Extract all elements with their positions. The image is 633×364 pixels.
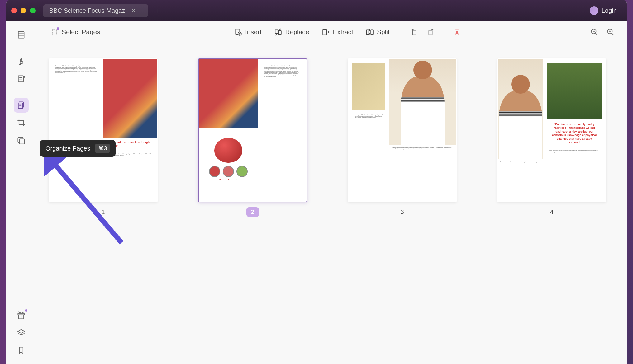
tennis-image-placeholder <box>199 59 258 128</box>
indicator-dot <box>57 27 59 30</box>
select-pages-button[interactable]: Select Pages <box>45 25 105 39</box>
svg-line-32 <box>595 33 597 35</box>
sidebar-item-thumbnails[interactable] <box>14 27 29 42</box>
annotate-icon <box>17 74 26 83</box>
tooltip-label: Organize Pages <box>45 145 90 152</box>
highlighter-icon <box>17 57 26 66</box>
page-thumbnail-1[interactable]: Lorem ipsum dolor sit amet consectetur a… <box>49 58 158 202</box>
insert-button[interactable]: Insert <box>229 25 267 39</box>
body-text: Lorem ipsum dolor sit amet consectetur a… <box>389 145 456 152</box>
page-number: 4 <box>545 207 558 217</box>
sidebar-item-annotate[interactable] <box>14 71 29 86</box>
portrait-image-placeholder <box>389 59 456 145</box>
svg-line-35 <box>612 33 614 35</box>
replace-label: Replace <box>285 28 309 36</box>
tennis-image-placeholder <box>103 59 157 138</box>
sidebar-item-organize-pages[interactable] <box>14 98 29 113</box>
insert-icon <box>234 28 242 36</box>
portrait-image-placeholder <box>498 59 543 159</box>
extract-icon <box>322 28 330 36</box>
zoom-out-button[interactable] <box>588 25 601 39</box>
close-tab-icon[interactable]: ✕ <box>131 7 136 14</box>
rotate-left-icon <box>410 28 418 36</box>
rotate-right-button[interactable] <box>424 25 437 39</box>
toolbar: Select Pages Insert <box>36 21 627 43</box>
sidebar <box>6 21 36 364</box>
page-number: 3 <box>396 207 408 217</box>
organize-pages-icon <box>17 101 26 110</box>
svg-rect-0 <box>18 32 24 38</box>
replace-button[interactable]: Replace <box>269 25 314 39</box>
sidebar-item-highlight[interactable] <box>14 54 29 69</box>
replace-icon <box>274 28 282 36</box>
sidebar-item-bookmark[interactable] <box>14 343 29 358</box>
extract-label: Extract <box>333 28 353 36</box>
body-text: Lorem ipsum dolor sit amet consectetur a… <box>352 112 385 121</box>
page-thumbnail-2[interactable]: ✖ ✖ ✔ Lorem ipsum dolor sit amet consect… <box>198 58 307 202</box>
body-text: Lorem ipsum dolor sit amet consectetur a… <box>262 63 303 80</box>
thumbnails-icon <box>17 30 26 39</box>
apple-diagram-placeholder: ✖ ✖ ✔ <box>199 128 258 192</box>
page-number: 1 <box>97 207 109 217</box>
svg-rect-4 <box>18 76 23 82</box>
page-thumbnail-4[interactable]: Lorem ipsum dolor sit amet consectetur a… <box>497 58 606 202</box>
extract-button[interactable]: Extract <box>317 25 358 39</box>
close-window-button[interactable] <box>11 8 17 13</box>
page-item[interactable]: Lorem ipsum dolor sit amet consectetur a… <box>497 58 606 217</box>
window-controls <box>11 8 36 13</box>
zoom-in-icon <box>607 28 615 36</box>
svg-rect-28 <box>429 30 432 35</box>
sidebar-item-layers[interactable] <box>14 325 29 340</box>
split-icon <box>366 28 374 36</box>
svg-rect-23 <box>323 29 326 35</box>
layers-icon <box>17 329 26 337</box>
login-label: Login <box>602 7 617 14</box>
new-tab-button[interactable]: + <box>155 6 159 16</box>
sidebar-item-crop[interactable] <box>14 115 29 130</box>
svg-rect-16 <box>52 29 57 35</box>
sidebar-item-gift[interactable] <box>14 308 29 323</box>
gift-icon <box>17 311 26 320</box>
divider <box>17 48 26 48</box>
tooltip-organize-pages: Organize Pages ⌘3 <box>40 140 116 157</box>
svg-rect-24 <box>366 30 369 34</box>
tooltip-shortcut: ⌘3 <box>95 144 110 153</box>
body-text: Lorem ipsum dolor sit amet consectetur a… <box>547 147 602 155</box>
crop-icon <box>17 118 26 127</box>
maximize-window-button[interactable] <box>30 8 36 13</box>
svg-rect-22 <box>278 30 281 34</box>
insert-label: Insert <box>245 28 262 36</box>
bookmark-icon <box>17 346 26 355</box>
pages-grid: Lorem ipsum dolor sit amet consectetur a… <box>36 43 627 364</box>
page-item[interactable]: Lorem ipsum dolor sit amet consectetur a… <box>49 58 158 217</box>
redact-icon <box>17 136 26 144</box>
tab-document[interactable]: BBC Science Focus Magaz ✕ <box>43 4 148 17</box>
notification-dot <box>25 309 27 312</box>
grass-image-placeholder <box>547 63 602 119</box>
body-text: Lorem ipsum dolor sit amet consectetur a… <box>53 63 99 76</box>
split-button[interactable]: Split <box>361 25 395 39</box>
svg-rect-21 <box>275 30 278 33</box>
minimize-window-button[interactable] <box>21 8 26 13</box>
svg-rect-25 <box>371 30 373 34</box>
login-button[interactable]: Login <box>585 4 622 17</box>
trash-icon <box>453 28 461 36</box>
select-pages-label: Select Pages <box>62 28 100 36</box>
inset-image-placeholder <box>352 63 385 110</box>
titlebar: BBC Science Focus Magaz ✕ + Login <box>6 0 627 21</box>
page-item[interactable]: ✖ ✖ ✔ Lorem ipsum dolor sit amet consect… <box>198 58 307 217</box>
page-number: 2 <box>246 207 259 217</box>
divider <box>401 27 401 37</box>
delete-button[interactable] <box>450 25 464 39</box>
page-thumbnail-3[interactable]: Lorem ipsum dolor sit amet consectetur a… <box>348 58 457 202</box>
sidebar-item-redact[interactable] <box>14 133 29 147</box>
page-item[interactable]: Lorem ipsum dolor sit amet consectetur a… <box>348 58 457 217</box>
split-label: Split <box>377 28 390 36</box>
zoom-in-button[interactable] <box>604 25 617 39</box>
divider <box>444 27 444 37</box>
tab-title: BBC Science Focus Magaz <box>49 7 125 14</box>
body-text: Lorem ipsum dolor sit amet consectetur a… <box>498 159 543 165</box>
rotate-left-button[interactable] <box>407 25 421 39</box>
rotate-right-icon <box>426 28 435 36</box>
svg-rect-12 <box>19 139 24 144</box>
